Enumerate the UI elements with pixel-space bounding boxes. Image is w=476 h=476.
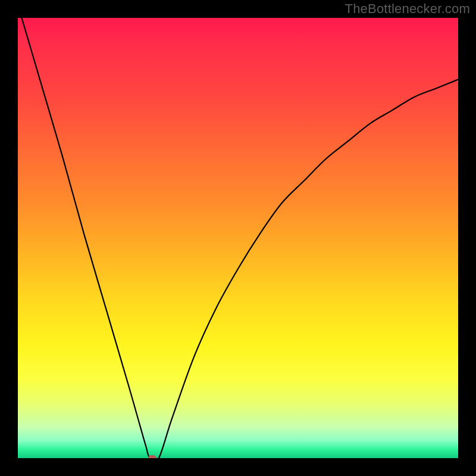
chart-frame: TheBottlenecker.com <box>0 0 476 476</box>
watermark-text: TheBottlenecker.com <box>345 1 470 17</box>
plot-area <box>18 18 458 458</box>
optimum-marker <box>148 455 156 458</box>
bottleneck-curve <box>18 18 458 458</box>
